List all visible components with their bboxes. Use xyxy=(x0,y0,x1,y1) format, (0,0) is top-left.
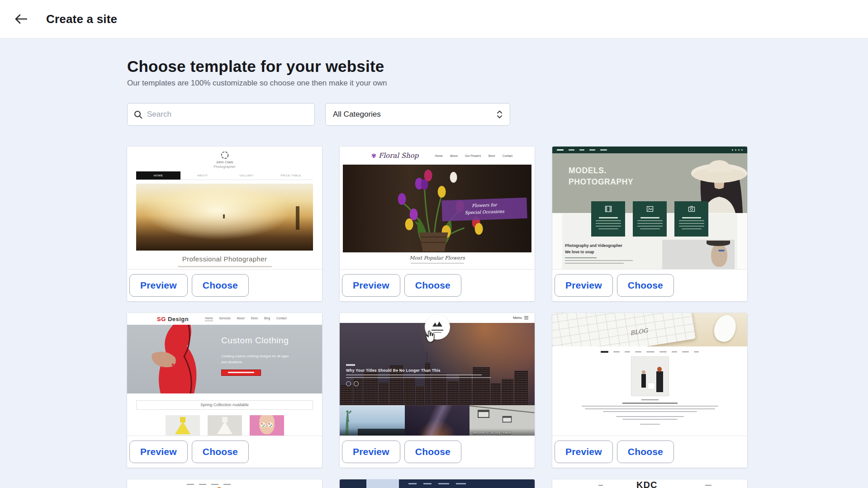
mock-nav xyxy=(552,147,747,153)
mock-text-line xyxy=(582,406,718,407)
template-preview-floral[interactable]: ✾ Floral Shop Home About Our Flowers Sto… xyxy=(340,147,535,270)
mock-cta-button xyxy=(221,370,261,376)
back-arrow-icon xyxy=(14,14,27,24)
section-heading: Choose template for your website xyxy=(127,57,747,76)
preview-button[interactable]: Preview xyxy=(555,274,613,297)
main-content: Choose template for your website Our tem… xyxy=(0,38,747,488)
card-actions: Preview Choose xyxy=(127,270,322,301)
mock-article-photo xyxy=(631,357,669,396)
mock-text-line xyxy=(585,408,715,409)
mock-nav-item: PRICE TABLE xyxy=(269,171,313,180)
mock-menu-label: Menu xyxy=(513,316,522,320)
mock-thumb-statue-of-liberty xyxy=(340,405,405,436)
mock-text-line xyxy=(641,399,659,400)
mock-text-line xyxy=(616,416,684,417)
red-dress-graphic xyxy=(130,325,220,393)
mock-nav-item: Home xyxy=(435,154,442,157)
card-actions: Preview Choose xyxy=(340,270,535,301)
mock-hero-keyboard: BLOG xyxy=(552,313,747,346)
filter-controls: All Categories xyxy=(127,103,747,126)
mock-nav-item xyxy=(557,149,564,151)
card-actions: Preview Choose xyxy=(552,436,747,467)
mock-nav-item: Services xyxy=(219,317,231,321)
film-icon xyxy=(605,205,612,213)
mock-hero-image-tulips: Flowers for Special Occasions xyxy=(343,165,531,252)
preview-button[interactable]: Preview xyxy=(555,441,613,463)
mock-feature-cards xyxy=(552,201,747,237)
camera-shutter-icon xyxy=(221,151,229,159)
mock-nav-item: HOME xyxy=(136,171,180,180)
mock-product: Dress Collection xyxy=(208,415,242,436)
choose-button[interactable]: Choose xyxy=(617,274,674,297)
mock-thumb-night-sky xyxy=(405,405,470,436)
mock-nav-item: About xyxy=(450,154,458,157)
mock-feature-images xyxy=(633,201,667,237)
mock-footer-title: Most Popular Flowers xyxy=(340,255,535,261)
choose-button[interactable]: Choose xyxy=(192,274,249,297)
mock-feature-videography xyxy=(591,201,625,237)
mock-nav: Home About Our Flowers Store Contact xyxy=(435,154,512,157)
page-title: Create a site xyxy=(46,12,117,26)
preview-button[interactable]: Preview xyxy=(129,274,188,297)
template-preview-keyboard-blog[interactable]: BLOG xyxy=(552,313,747,436)
mock-nav-item: About xyxy=(237,317,245,321)
mock-social-icons xyxy=(732,149,743,151)
mock-body-title: Photography and Videographer xyxy=(565,242,633,249)
choose-button[interactable]: Choose xyxy=(404,274,461,297)
mock-brand: KDC xyxy=(636,480,657,488)
search-input[interactable] xyxy=(147,110,308,119)
choose-button[interactable]: Choose xyxy=(404,441,461,463)
template-preview-photographer[interactable]: John Clark Photographer HOME ABOUT GALLE… xyxy=(127,147,322,270)
flower-icon: ✾ xyxy=(371,152,376,159)
mock-portrait-image xyxy=(662,240,735,270)
template-preview-models[interactable]: MODELS.PHOTOGRAPHY xyxy=(552,147,747,270)
template-card-keyboard-blog: BLOG xyxy=(552,313,747,468)
back-button[interactable] xyxy=(11,9,31,29)
hamburger-icon xyxy=(524,316,528,319)
image-icon xyxy=(646,205,654,213)
mock-text-line xyxy=(565,257,597,258)
mouse-graphic xyxy=(711,313,739,345)
mock-hero-title: Custom Clothing xyxy=(221,336,289,346)
mock-hero-title: Professional Photographer xyxy=(127,255,322,263)
preview-button[interactable]: Preview xyxy=(129,441,188,463)
choose-button[interactable]: Choose xyxy=(617,441,674,463)
template-preview-fashion[interactable]: SG Design Home Services About Store Blog… xyxy=(127,313,322,436)
mock-product: Dress Collections xyxy=(166,415,200,436)
preview-button[interactable]: Preview xyxy=(342,274,400,297)
template-card-floral: ✾ Floral Shop Home About Our Flowers Sto… xyxy=(340,147,535,301)
category-select[interactable]: All Categories xyxy=(325,103,510,126)
mock-nav-item: ABOUT xyxy=(180,171,225,180)
template-card-partial-left xyxy=(127,479,322,488)
mock-text-line xyxy=(565,263,624,264)
top-bar: Create a site xyxy=(0,0,868,38)
mock-nav-item: Store xyxy=(251,317,258,321)
mock-text-line xyxy=(603,411,697,412)
mock-product-row: Dress Collections Dress Collection Swim … xyxy=(127,415,322,436)
keyboard-graphic xyxy=(552,313,696,346)
mock-footer: Most Popular Flowers xyxy=(340,252,535,270)
template-card-travel: Menu xyxy=(340,313,535,468)
create-site-page: Create a site Choose template for your w… xyxy=(0,0,868,488)
template-card-fashion: SG Design Home Services About Store Blog… xyxy=(127,313,322,468)
mock-feature-photography xyxy=(674,201,708,237)
template-preview-partial-middle[interactable] xyxy=(340,479,535,488)
card-actions: Preview Choose xyxy=(552,270,747,301)
choose-button[interactable]: Choose xyxy=(192,441,249,463)
mountains-icon xyxy=(432,321,443,327)
mock-hero-image-field-sunset xyxy=(136,184,313,251)
mock-text-line xyxy=(640,424,660,425)
template-grid: John Clark Photographer HOME ABOUT GALLE… xyxy=(127,147,747,488)
mock-nav: HOME ABOUT GALLERY PRICE TABLE xyxy=(136,171,313,180)
mock-hero-red-dress: Custom Clothing Creating custom clothing… xyxy=(127,325,322,393)
mock-nav-item: Blog xyxy=(264,317,270,321)
mock-thumb-caption: Welcome to Our Blog Feature xyxy=(472,431,533,434)
mock-nav xyxy=(552,351,747,353)
preview-button[interactable]: Preview xyxy=(342,441,400,463)
template-preview-travel[interactable]: Menu xyxy=(340,313,535,436)
mock-nav-item xyxy=(598,485,603,486)
mock-nav-highlight xyxy=(366,479,399,488)
template-preview-partial-left[interactable] xyxy=(127,479,322,488)
card-actions: Preview Choose xyxy=(340,436,535,467)
template-preview-partial-right[interactable]: KDC xyxy=(552,479,747,488)
